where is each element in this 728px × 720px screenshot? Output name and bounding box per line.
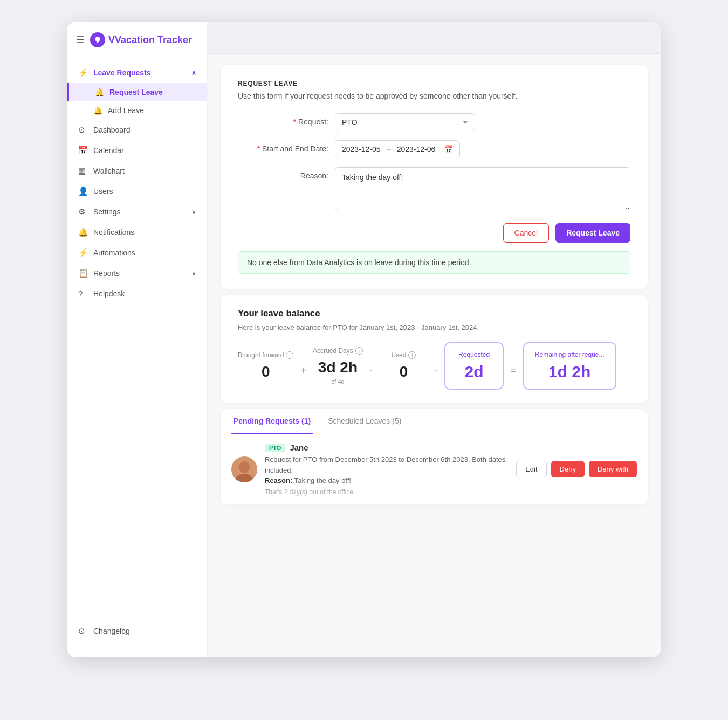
tab-scheduled-leaves[interactable]: Scheduled Leaves (5) (326, 409, 403, 434)
accrued-days-sub: of 4d (331, 378, 344, 385)
sidebar: ☰ VVacation Tracker ⚡ Leave Requests ∧ 🔔 (67, 22, 208, 657)
sidebar-item-reports[interactable]: 📋 Reports ∨ (67, 263, 207, 283)
balance-accrued-days: Accrued Days i 3d 2h of 4d (313, 347, 363, 385)
sidebar-header: ☰ VVacation Tracker (67, 22, 207, 58)
sidebar-item-automations[interactable]: ⚡ Automations (67, 243, 207, 263)
sidebar-item-settings[interactable]: ⚙ Settings ∨ (67, 202, 207, 222)
settings-icon: ⚙ (78, 207, 88, 217)
avatar-image (231, 456, 257, 482)
deny-with-button[interactable]: Deny with (589, 461, 637, 477)
brought-forward-info-icon[interactable]: i (286, 351, 293, 359)
cancel-button[interactable]: Cancel (503, 223, 550, 243)
remaining-value: 1d 2h (548, 363, 590, 381)
reason-control: Taking the day off! (335, 167, 630, 212)
sidebar-item-changelog[interactable]: ⊙ Changelog (78, 621, 196, 641)
automations-icon: ⚡ (78, 248, 88, 258)
calendar-icon: 📅 (78, 146, 88, 155)
sidebar-subitem-request-leave[interactable]: 🔔 Request Leave (67, 83, 207, 101)
notifications-icon: 🔔 (78, 227, 88, 237)
pending-requests-section: Pending Requests (1) Scheduled Leaves (5… (221, 409, 648, 505)
request-label: * Request: (238, 113, 335, 126)
sidebar-footer: ⊙ Changelog (67, 615, 207, 647)
request-item: PTO Jane Request for PTO from December 5… (221, 434, 648, 505)
logo-icon (90, 32, 105, 47)
required-asterisk-2: * (257, 144, 260, 153)
bell-icon-2: 🔔 (93, 106, 102, 115)
tab-pending-requests[interactable]: Pending Requests (1) (231, 409, 313, 434)
sidebar-item-calendar[interactable]: 📅 Calendar (67, 140, 207, 161)
reason-textarea[interactable]: Taking the day off! (335, 167, 630, 210)
accrued-days-info-icon[interactable]: i (355, 347, 363, 355)
main-content: REQUEST LEAVE Use this form if your requ… (208, 22, 661, 657)
info-banner: No one else from Data Analytics is on le… (238, 251, 630, 274)
sidebar-item-notifications[interactable]: 🔔 Notifications (67, 222, 207, 243)
form-row-date: * Start and End Date: 2023-12-05 → 2023-… (238, 140, 630, 158)
balance-row: Brought forward i 0 + Accrued Days i 3d … (238, 342, 630, 390)
chevron-up-icon: ∧ (191, 69, 196, 77)
pto-badge: PTO (265, 444, 285, 452)
request-name-row: PTO Jane (265, 443, 509, 452)
date-separator: → (385, 145, 393, 154)
form-actions: Cancel Request Leave (238, 223, 630, 243)
request-description: Request for PTO from December 5th 2023 t… (265, 454, 509, 475)
sidebar-item-dashboard[interactable]: ⊙ Dashboard (67, 120, 207, 140)
request-select[interactable]: PTO (335, 113, 475, 131)
leave-balance-section: Your leave balance Here is your leave ba… (221, 295, 648, 403)
used-label: Used (391, 351, 406, 359)
logo-text: VVacation Tracker (108, 34, 192, 46)
pending-tabs: Pending Requests (1) Scheduled Leaves (5… (221, 409, 648, 434)
brought-forward-value: 0 (262, 363, 270, 380)
date-control: 2023-12-05 → 2023-12-06 📅 (335, 140, 630, 158)
sidebar-nav: ⚡ Leave Requests ∧ 🔔 Request Leave 🔔 Add… (67, 58, 207, 615)
request-control: PTO (335, 113, 630, 131)
sidebar-item-helpdesk[interactable]: ? Helpdesk (67, 283, 207, 303)
logo-container: VVacation Tracker (90, 32, 192, 47)
reason-label: Reason: (238, 167, 335, 180)
form-section-title: REQUEST LEAVE (238, 80, 630, 87)
equals-operator: = (504, 364, 523, 377)
deny-button[interactable]: Deny (551, 461, 585, 477)
chevron-down-icon: ∨ (191, 208, 196, 216)
wallchart-icon: ▦ (78, 166, 88, 176)
balance-requested: Requested 2d (444, 342, 504, 390)
sidebar-subitem-add-leave[interactable]: 🔔 Add Leave (67, 101, 207, 120)
used-info-icon[interactable]: i (408, 351, 416, 359)
form-row-request: * Request: PTO (238, 113, 630, 131)
calendar-icon-input: 📅 (444, 145, 453, 154)
changelog-icon: ⊙ (78, 626, 88, 636)
sidebar-item-users[interactable]: 👤 Users (67, 181, 207, 202)
requested-value: 2d (465, 363, 484, 381)
date-start: 2023-12-05 (342, 145, 381, 154)
reports-icon: 📋 (78, 268, 88, 278)
balance-remaining: Remaining after reque... 1d 2h (523, 342, 616, 390)
accrued-days-value: 3d 2h (318, 359, 358, 376)
minus-operator-1: - (363, 364, 380, 377)
request-actions: Edit Deny Deny with (516, 461, 637, 477)
bell-icon: 🔔 (95, 88, 104, 96)
balance-used: Used i 0 (379, 351, 428, 380)
brought-forward-label: Brought forward (238, 351, 284, 359)
lightning-icon: ⚡ (78, 68, 88, 78)
request-days-note: That's 2 day(s) out of the office. (265, 488, 509, 496)
plus-operator: + (293, 364, 313, 377)
sidebar-item-leave-requests[interactable]: ⚡ Leave Requests ∧ (67, 63, 207, 83)
users-icon: 👤 (78, 186, 88, 196)
request-avatar (231, 456, 257, 482)
sidebar-item-wallchart[interactable]: ▦ Wallchart (67, 161, 207, 181)
used-value: 0 (400, 363, 408, 380)
balance-brought-forward: Brought forward i 0 (238, 351, 293, 380)
minus-operator-2: - (428, 364, 444, 377)
reason-label-bold: Reason: (265, 476, 292, 484)
form-subtitle: Use this form if your request needs to b… (238, 92, 630, 100)
date-range-input[interactable]: 2023-12-05 → 2023-12-06 📅 (335, 140, 460, 158)
request-user-name: Jane (290, 443, 308, 452)
request-leave-button[interactable]: Request Leave (555, 223, 630, 243)
requested-label: Requested (458, 351, 490, 358)
required-asterisk: * (293, 117, 296, 126)
edit-button[interactable]: Edit (516, 461, 546, 477)
date-label: * Start and End Date: (238, 140, 335, 153)
accrued-days-label: Accrued Days (313, 347, 353, 355)
balance-title: Your leave balance (238, 308, 630, 319)
hamburger-icon[interactable]: ☰ (76, 34, 85, 46)
top-bar (208, 22, 661, 54)
